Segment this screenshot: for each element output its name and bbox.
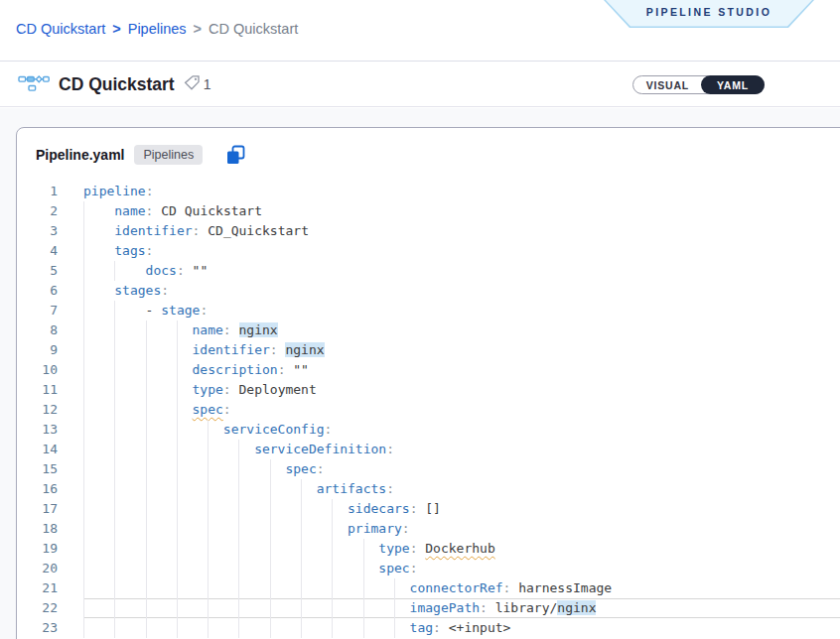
indent-guide: [83, 420, 114, 440]
indent-guide: [83, 539, 114, 559]
code-line[interactable]: 2name: CD Quickstart: [17, 201, 840, 221]
code-line-content[interactable]: - stage:: [83, 301, 840, 320]
code-token: library/: [495, 600, 558, 615]
tag-count: 1: [204, 76, 211, 92]
code-token: name: [114, 203, 145, 218]
code-line-content[interactable]: spec:: [83, 559, 840, 578]
code-line[interactable]: 18primary:: [17, 519, 840, 539]
indent-guide: [177, 559, 208, 578]
code-token: :: [410, 561, 418, 575]
code-line[interactable]: 13serviceConfig:: [17, 420, 840, 440]
code-token: :: [223, 402, 231, 417]
code-line[interactable]: 8name: nginx: [17, 320, 840, 340]
indent-guide: [83, 459, 114, 479]
code-line-content[interactable]: spec:: [83, 400, 840, 420]
pipeline-icon: [18, 71, 50, 97]
code-line-content[interactable]: docs: "": [83, 261, 840, 281]
code-line[interactable]: 12spec:: [17, 400, 840, 420]
code-token: serviceDefinition: [254, 442, 386, 456]
code-line-content[interactable]: identifier: nginx: [83, 340, 840, 360]
code-line[interactable]: 14serviceDefinition:: [17, 440, 840, 459]
code-line-content[interactable]: primary:: [83, 519, 840, 539]
code-line[interactable]: 20spec:: [17, 559, 840, 578]
indent-guide: [177, 340, 193, 360]
indent-guide: [208, 559, 238, 578]
code-line-content[interactable]: type: Deployment: [83, 380, 840, 400]
code-token: stage: [161, 303, 200, 318]
indent-guide: [114, 340, 145, 360]
indent-guide: [208, 440, 238, 459]
code-line[interactable]: 10description: "": [17, 360, 840, 380]
line-number: 12: [17, 400, 58, 420]
indent-guide: [270, 559, 301, 578]
indent-guide: [177, 420, 208, 440]
code-line[interactable]: 23tag: <+input>: [17, 618, 840, 638]
toggle-visual-button[interactable]: VISUAL: [633, 76, 702, 93]
breadcrumb-pipelines-link[interactable]: Pipelines: [128, 21, 187, 37]
indent-guide: [83, 301, 114, 320]
indent-guide: [238, 519, 269, 539]
code-line[interactable]: 16artifacts:: [17, 479, 840, 499]
indent-guide: [177, 598, 208, 618]
code-line-content[interactable]: stages:: [83, 281, 840, 301]
code-line[interactable]: 3identifier: CD_Quickstart: [17, 221, 840, 241]
indent-guide: [146, 340, 177, 360]
code-line-content[interactable]: spec:: [83, 459, 840, 479]
indent-guide: [177, 320, 193, 340]
code-line[interactable]: 17sidecars: []: [17, 499, 840, 519]
code-line-content[interactable]: name: nginx: [83, 320, 840, 340]
indent-guide: [146, 539, 177, 559]
code-line[interactable]: 1pipeline:: [17, 182, 840, 201]
indent-guide: [208, 539, 238, 559]
code-line[interactable]: 9identifier: nginx: [17, 340, 840, 360]
code-line[interactable]: 21connectorRef: harnessImage: [17, 578, 840, 598]
code-token: "": [293, 362, 309, 377]
indent-guide: [270, 519, 301, 539]
code-line-content[interactable]: tag: <+input>: [83, 618, 840, 638]
yaml-code-editor[interactable]: 1pipeline:2name: CD Quickstart3identifie…: [17, 182, 840, 638]
indent-guide: [363, 578, 394, 598]
toggle-yaml-button[interactable]: YAML: [701, 75, 765, 94]
code-line[interactable]: 5docs: "": [17, 261, 840, 281]
indent-guide: [177, 440, 208, 459]
indent-guide: [363, 598, 394, 618]
code-line[interactable]: 6stages:: [17, 281, 840, 301]
code-line[interactable]: 7- stage:: [17, 301, 840, 320]
line-number: 14: [17, 440, 58, 459]
code-line-content[interactable]: pipeline:: [83, 182, 840, 201]
indent-guide: [270, 578, 301, 598]
indent-guide: [177, 380, 193, 400]
copy-icon[interactable]: [224, 144, 247, 167]
indent-guide: [146, 559, 177, 578]
indent-guide: [146, 420, 177, 440]
breadcrumb-project-link[interactable]: CD Quickstart: [16, 21, 105, 37]
code-line[interactable]: 19type: Dockerhub: [17, 539, 840, 559]
indent-guide: [238, 499, 269, 519]
code-line-content[interactable]: name: CD Quickstart: [83, 201, 840, 221]
code-line[interactable]: 15spec:: [17, 459, 840, 479]
code-line[interactable]: 22imagePath: library/nginx: [17, 598, 840, 618]
code-token: :: [325, 422, 333, 437]
code-line-content[interactable]: artifacts:: [83, 479, 840, 499]
code-line[interactable]: 4tags:: [17, 241, 840, 261]
code-token: connectorRef: [410, 580, 503, 595]
code-line-content[interactable]: sidecars: []: [83, 499, 840, 519]
code-line-content[interactable]: description: "": [83, 360, 840, 380]
yaml-editor-card: Pipeline.yaml Pipelines 1pipeline:2name:…: [16, 127, 840, 639]
code-line-content[interactable]: type: Dockerhub: [83, 539, 840, 559]
indent-guide: [270, 539, 301, 559]
code-line-content[interactable]: tags:: [83, 241, 840, 261]
entity-type-badge: Pipelines: [134, 145, 203, 165]
code-line-content[interactable]: serviceDefinition:: [83, 440, 840, 459]
indent-guide: [363, 618, 394, 638]
code-line-content[interactable]: imagePath: library/nginx: [83, 598, 840, 618]
code-line-content[interactable]: serviceConfig:: [83, 420, 840, 440]
code-line[interactable]: 11type: Deployment: [17, 380, 840, 400]
indent-guide: [83, 519, 114, 539]
indent-guide: [301, 618, 332, 638]
code-token: type: [378, 541, 409, 556]
indent-guide: [208, 420, 223, 440]
code-line-content[interactable]: connectorRef: harnessImage: [83, 578, 840, 598]
code-line-content[interactable]: identifier: CD_Quickstart: [83, 221, 840, 241]
line-number: 3: [17, 221, 58, 241]
